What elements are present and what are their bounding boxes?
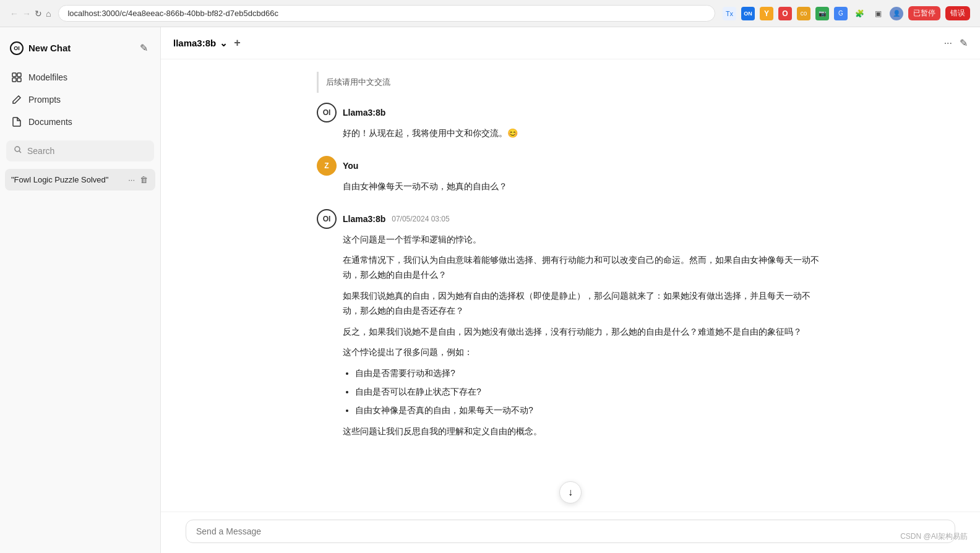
ai-para-1: 在通常情况下，我们认为自由意味着能够做出选择、拥有行动能力和可以改变自己的命运。… [343,253,824,283]
ext-on[interactable]: ON [741,7,755,20]
topbar-right: ··· ✎ [944,37,968,49]
topbar-edit-button[interactable]: ✎ [960,37,968,49]
file-icon [11,116,22,127]
url-text: localhost:3000/c/4ea8eeac-866b-40bb-bf82… [67,9,278,18]
add-model-button[interactable]: + [234,36,241,49]
model-name: llama3:8b [173,38,216,48]
ext-translate[interactable]: Tx [723,7,736,20]
ext-img[interactable]: 📷 [815,7,829,20]
ai-timestamp-2: 07/05/2024 03:05 [392,215,449,223]
ext-layout[interactable]: ▣ [871,7,885,20]
chat-list-item[interactable]: "Fowl Logic Puzzle Solved" ··· 🗑 [5,169,155,191]
ext-puzzle[interactable]: 🧩 [853,7,866,20]
avatar-user: Z [317,156,337,176]
ext-o[interactable]: O [778,7,792,20]
message-content-ai-2: 这个问题是一个哲学和逻辑的悖论。 在通常情况下，我们认为自由意味着能够做出选择、… [317,233,824,439]
pencil-icon [11,94,22,105]
url-bar[interactable]: localhost:3000/c/4ea8eeac-866b-40bb-bf82… [58,5,715,22]
ai-bullet-list: 自由是否需要行动和选择? 自由是否可以在静止状态下存在? 自由女神像是否真的自由… [343,366,824,418]
user-avatar[interactable]: 👤 [890,7,903,20]
avatar-ai-2: OI [317,209,337,229]
chat-container: 后续请用中文交流 OI Llama3:8b 好的！从现在起，我将使用中文和你交流… [292,59,849,512]
sidebar-logo: OI New Chat [10,41,71,55]
ai-message-text-1: 好的！从现在起，我将使用中文和你交流。😊 [343,126,824,141]
sidebar-item-prompts[interactable]: Prompts [5,88,155,111]
prompts-label: Prompts [28,95,61,105]
search-placeholder: Search [27,146,54,156]
ai-para-2: 如果我们说她真的自由，因为她有自由的选择权（即使是静止），那么问题就来了：如果她… [343,289,824,319]
message-input-box [186,520,955,543]
scroll-bottom-button[interactable]: ↓ [559,481,582,504]
message-header-ai-1: OI Llama3:8b [317,103,824,122]
svg-point-4 [15,147,20,152]
user-sender: You [343,161,358,171]
chat-wrapper: 后续请用中文交流 OI Llama3:8b 好的！从现在起，我将使用中文和你交流… [161,59,980,553]
browser-bar: ← → ↻ ⌂ localhost:3000/c/4ea8eeac-866b-4… [0,0,980,27]
sidebar: OI New Chat ✎ Modelfiles [0,27,161,553]
new-chat-label: New Chat [28,43,71,53]
ext-y[interactable]: Y [760,7,773,20]
reload-button[interactable]: ↻ [35,9,42,19]
forward-button[interactable]: → [22,9,31,19]
browser-nav-buttons: ← → ↻ ⌂ [10,9,51,19]
search-icon [14,145,22,156]
pause-button[interactable]: 已暂停 [908,6,940,20]
message-input[interactable] [196,526,945,536]
avatar-ai-1: OI [317,103,337,122]
ext-g[interactable]: G [834,7,848,20]
system-message: 后续请用中文交流 [317,72,824,93]
search-box[interactable]: Search [6,140,154,161]
user-avatar-text: Z [324,161,329,170]
topbar: llama3:8b ⌄ + ··· ✎ [161,27,980,59]
new-chat-edit-button[interactable]: ✎ [137,40,150,56]
bullet-item-2: 自由女神像是否真的自由，如果每天一动不动? [355,403,824,418]
model-selector[interactable]: llama3:8b ⌄ + [173,36,241,49]
ext-co[interactable]: co [797,7,810,20]
message-group-ai-1: OI Llama3:8b 好的！从现在起，我将使用中文和你交流。😊 [317,103,824,141]
browser-extensions: Tx ON Y O co 📷 G 🧩 ▣ 👤 已暂停 错误 [723,6,970,20]
chat-more-button[interactable]: ··· [127,174,136,186]
message-group-ai-2: OI Llama3:8b 07/05/2024 03:05 这个问题是一个哲学和… [317,209,824,439]
home-button[interactable]: ⌂ [46,9,51,19]
system-message-text: 后续请用中文交流 [326,77,390,87]
ai-para-5: 这些问题让我们反思自我的理解和定义自由的概念。 [343,424,824,439]
bullet-item-1: 自由是否可以在静止状态下存在? [355,385,824,400]
chat-item-label: "Fowl Logic Puzzle Solved" [11,175,123,184]
chat-delete-button[interactable]: 🗑 [139,174,149,186]
svg-rect-0 [12,73,16,77]
message-content-user: 自由女神像每天一动不动，她真的自由么？ [317,179,824,194]
ai-sender-1: Llama3:8b [343,108,385,118]
grid-icon [11,72,22,83]
bullet-item-0: 自由是否需要行动和选择? [355,366,824,381]
message-header-user: Z You [317,156,824,176]
ai-avatar-text: OI [323,108,331,117]
user-message-text: 自由女神像每天一动不动，她真的自由么？ [343,179,824,194]
message-group-user: Z You 自由女神像每天一动不动，她真的自由么？ [317,156,824,194]
documents-label: Documents [28,117,72,127]
ai-avatar-text-2: OI [323,215,331,223]
chevron-down-icon: ⌄ [220,38,228,49]
sidebar-nav: Modelfiles Prompts [0,64,160,135]
sidebar-item-documents[interactable]: Documents [5,111,155,133]
error-button[interactable]: 错误 [945,6,970,20]
chat-list: "Fowl Logic Puzzle Solved" ··· 🗑 [0,166,160,193]
message-content-ai-1: 好的！从现在起，我将使用中文和你交流。😊 [317,126,824,141]
svg-rect-1 [17,73,21,77]
ai-para-4: 这个悖论提出了很多问题，例如： [343,345,824,360]
input-area [161,512,980,553]
svg-rect-2 [12,78,16,82]
sidebar-header: OI New Chat ✎ [0,32,160,64]
ai-para-3: 反之，如果我们说她不是自由，因为她没有做出选择，没有行动能力，那么她的自由是什么… [343,325,824,340]
ai-sender-2: Llama3:8b [343,214,385,224]
ai-para-0: 这个问题是一个哲学和逻辑的悖论。 [343,233,824,247]
sidebar-item-modelfiles[interactable]: Modelfiles [5,66,155,88]
message-header-ai-2: OI Llama3:8b 07/05/2024 03:05 [317,209,824,229]
logo-icon: OI [10,41,24,55]
modelfiles-label: Modelfiles [28,72,67,82]
watermark: CSDN @AI架构易筋 [900,531,968,542]
main-area: llama3:8b ⌄ + ··· ✎ 后续请用中文交流 [161,27,980,553]
more-options-button[interactable]: ··· [944,38,952,49]
chat-item-actions: ··· 🗑 [127,174,149,186]
search-container: Search [0,135,160,166]
back-button[interactable]: ← [10,9,19,19]
